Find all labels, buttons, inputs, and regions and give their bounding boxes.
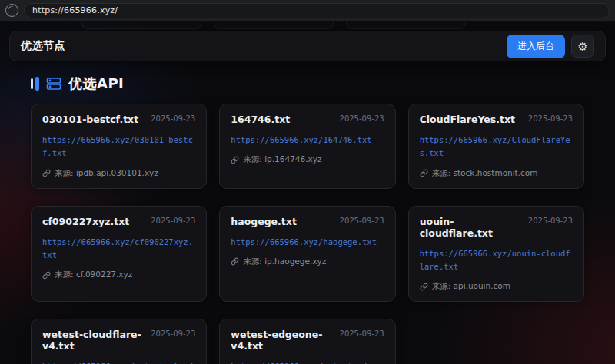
card-source: 来源: stock.hostmonit.com	[432, 168, 538, 179]
api-card: cf090227xyz.txt 2025-09-23 https://66596…	[31, 206, 207, 303]
card-source: 来源: ipdb.api.030101.xyz	[55, 168, 158, 179]
api-card: wetest-edgeone-v4.txt 2025-09-23 https:/…	[219, 319, 395, 364]
chain-link-icon	[42, 271, 51, 280]
card-date: 2025-09-23	[340, 329, 384, 338]
partial-card	[214, 22, 334, 29]
url-text: https://665966.xyz/	[32, 5, 118, 15]
card-link[interactable]: https://665966.xyz/wetest-edgeone-v4.txt	[231, 360, 384, 364]
card-source: 来源: ip.haogege.xyz	[243, 256, 326, 267]
chain-link-icon	[42, 169, 51, 177]
card-link[interactable]: https://665966.xyz/haogege.txt	[231, 236, 384, 249]
card-source: 来源: ip.164746.xyz	[243, 154, 321, 165]
api-card: haogege.txt 2025-09-23 https://665966.xy…	[219, 206, 395, 303]
chain-link-icon	[231, 257, 239, 266]
card-title: 030101-bestcf.txt	[42, 114, 138, 125]
card-link[interactable]: https://665966.xyz/cf090227xyz.txt	[42, 236, 195, 263]
sticky-header: 优选节点 进入后台 ⚙	[9, 31, 606, 61]
card-date: 2025-09-23	[340, 216, 384, 225]
card-source: 来源: api.uouin.com	[432, 281, 510, 292]
card-source: 来源: cf.090227.xyz	[55, 270, 132, 280]
api-card: 164746.txt 2025-09-23 https://665966.xyz…	[219, 104, 395, 189]
chain-link-icon	[420, 283, 428, 291]
gear-icon: ⚙	[577, 41, 587, 52]
card-date: 2025-09-23	[151, 329, 195, 338]
accent-bars	[31, 77, 39, 91]
card-link[interactable]: https://665966.xyz/030101-bestcf.txt	[42, 134, 195, 160]
page-title: 优选节点	[21, 39, 65, 53]
chain-link-icon	[231, 156, 239, 164]
api-card: wetest-cloudflare-v4.txt 2025-09-23 http…	[31, 319, 207, 364]
settings-button[interactable]: ⚙	[571, 35, 594, 58]
card-link[interactable]: https://665966.xyz/CloudFlareYes.txt	[420, 134, 573, 160]
card-link[interactable]: https://665966.xyz/164746.txt	[231, 134, 384, 147]
site-info-icon[interactable]	[5, 4, 18, 17]
card-date: 2025-09-23	[151, 114, 195, 123]
section-header: 优选API	[31, 74, 584, 93]
chain-link-icon	[420, 169, 428, 177]
card-title: 164746.txt	[231, 114, 290, 125]
card-link[interactable]: https://665966.xyz/wetest-cloudflare-v4.…	[42, 360, 195, 364]
card-title: CloudFlareYes.txt	[420, 114, 515, 125]
card-date: 2025-09-23	[340, 114, 384, 123]
server-stack-icon	[46, 76, 62, 91]
card-title: cf090227xyz.txt	[42, 216, 129, 227]
admin-button[interactable]: 进入后台	[507, 35, 565, 58]
api-card: 030101-bestcf.txt 2025-09-23 https://665…	[31, 104, 207, 189]
partial-card	[81, 22, 201, 29]
card-title: haogege.txt	[231, 216, 297, 227]
page-background: 优选节点 进入后台 ⚙ 优选API 030101-bestcf.txt 2025…	[0, 22, 615, 364]
card-date: 2025-09-23	[528, 114, 573, 123]
card-date: 2025-09-23	[151, 216, 195, 225]
card-title: wetest-edgeone-v4.txt	[231, 329, 333, 352]
api-card: uouin-cloudflare.txt 2025-09-23 https://…	[408, 206, 584, 303]
api-card: CloudFlareYes.txt 2025-09-23 https://665…	[408, 104, 584, 189]
card-title: uouin-cloudflare.txt	[420, 216, 522, 239]
section-title: 优选API	[68, 74, 124, 93]
browser-chrome: https://665966.xyz/	[0, 0, 615, 22]
url-bar[interactable]: https://665966.xyz/	[24, 3, 610, 18]
partial-card	[346, 22, 466, 29]
card-link[interactable]: https://665966.xyz/uouin-cloudflare.txt	[420, 247, 573, 274]
api-card-grid: 030101-bestcf.txt 2025-09-23 https://665…	[31, 104, 584, 364]
card-date: 2025-09-23	[528, 216, 573, 225]
card-title: wetest-cloudflare-v4.txt	[42, 329, 145, 352]
